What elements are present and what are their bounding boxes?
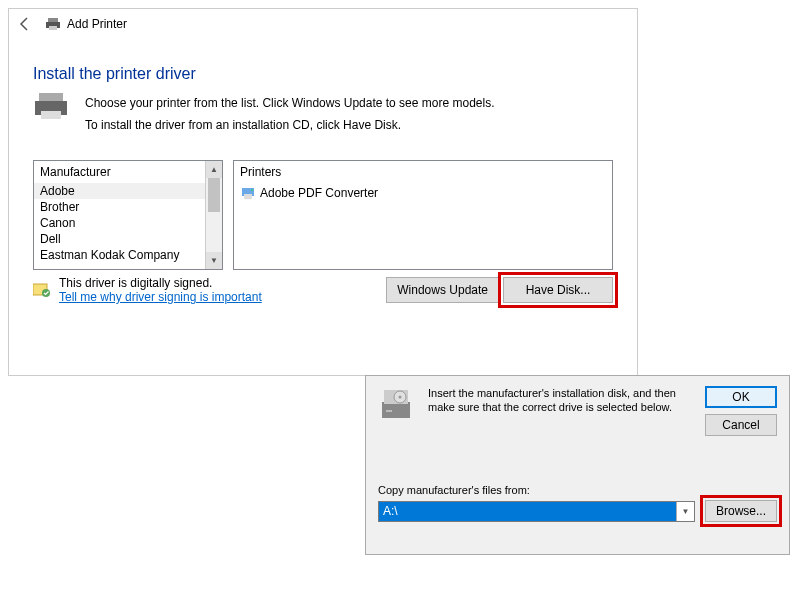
lists-row: Manufacturer Adobe Brother Canon Dell Ea… bbox=[33, 160, 613, 270]
path-value[interactable]: A:\ bbox=[379, 502, 676, 521]
printer-item-icon bbox=[240, 186, 256, 200]
list-item[interactable]: Brother bbox=[34, 199, 222, 215]
svg-rect-0 bbox=[48, 18, 58, 22]
printer-large-icon bbox=[33, 93, 69, 121]
svg-rect-7 bbox=[244, 194, 252, 199]
printer-icon bbox=[45, 16, 61, 32]
have-disk-button[interactable]: Have Disk... bbox=[503, 277, 613, 303]
svg-rect-3 bbox=[39, 93, 63, 101]
browse-button[interactable]: Browse... bbox=[705, 500, 777, 522]
manufacturer-listbox[interactable]: Manufacturer Adobe Brother Canon Dell Ea… bbox=[33, 160, 223, 270]
ok-button[interactable]: OK bbox=[705, 386, 777, 408]
svg-point-8 bbox=[251, 189, 253, 191]
svg-point-14 bbox=[399, 396, 402, 399]
dialog-text: Insert the manufacturer's installation d… bbox=[428, 386, 705, 415]
signing-status: This driver is digitally signed. bbox=[59, 276, 262, 290]
scroll-up-icon[interactable]: ▲ bbox=[206, 161, 222, 178]
list-item[interactable]: Dell bbox=[34, 231, 222, 247]
list-item[interactable]: Eastman Kodak Company bbox=[34, 247, 222, 263]
scroll-down-icon[interactable]: ▼ bbox=[206, 252, 222, 269]
page-heading: Install the printer driver bbox=[33, 65, 613, 83]
instructions: Choose your printer from the list. Click… bbox=[33, 93, 613, 136]
chevron-down-icon[interactable]: ▼ bbox=[676, 502, 694, 521]
back-icon[interactable] bbox=[17, 16, 33, 32]
bottom-row: This driver is digitally signed. Tell me… bbox=[33, 276, 613, 304]
content: Install the printer driver Choose your p… bbox=[9, 39, 637, 314]
copy-from-label: Copy manufacturer's files from: bbox=[378, 484, 777, 496]
scroll-thumb[interactable] bbox=[208, 178, 220, 212]
list-item[interactable]: Adobe PDF Converter bbox=[234, 183, 612, 203]
window-title: Add Printer bbox=[67, 17, 127, 31]
svg-point-10 bbox=[42, 289, 50, 297]
scrollbar[interactable]: ▲ ▼ bbox=[205, 161, 222, 269]
printer-item-label: Adobe PDF Converter bbox=[260, 186, 378, 200]
instruction-line2: To install the driver from an installati… bbox=[85, 115, 495, 137]
add-printer-window: Add Printer Install the printer driver C… bbox=[8, 8, 638, 376]
list-item[interactable]: Canon bbox=[34, 215, 222, 231]
manufacturer-header: Manufacturer bbox=[34, 161, 222, 183]
certificate-icon bbox=[33, 283, 51, 297]
disk-icon bbox=[378, 386, 414, 422]
install-from-disk-dialog: Insert the manufacturer's installation d… bbox=[365, 375, 790, 555]
svg-rect-5 bbox=[41, 111, 61, 119]
cancel-button[interactable]: Cancel bbox=[705, 414, 777, 436]
path-combobox[interactable]: A:\ ▼ bbox=[378, 501, 695, 522]
list-item[interactable]: Adobe bbox=[34, 183, 222, 199]
svg-rect-2 bbox=[49, 26, 57, 30]
titlebar: Add Printer bbox=[9, 9, 637, 39]
windows-update-button[interactable]: Windows Update bbox=[386, 277, 499, 303]
instruction-line1: Choose your printer from the list. Click… bbox=[85, 93, 495, 115]
svg-rect-15 bbox=[386, 410, 392, 412]
signing-info-link[interactable]: Tell me why driver signing is important bbox=[59, 290, 262, 304]
printers-header: Printers bbox=[234, 161, 612, 183]
printers-listbox[interactable]: Printers Adobe PDF Converter bbox=[233, 160, 613, 270]
